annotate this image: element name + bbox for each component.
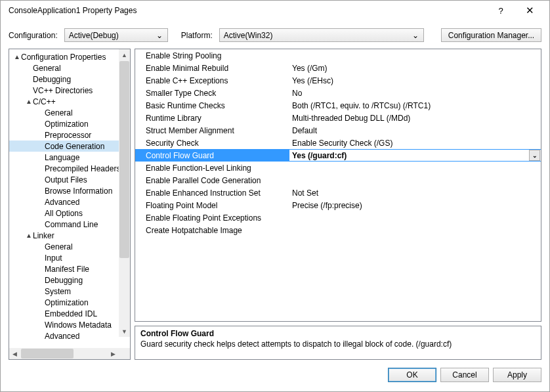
tree-item-label: All Options [45,209,83,218]
property-row[interactable]: Enable Parallel Code Generation [135,174,541,186]
description-title: Control Flow Guard [140,329,536,338]
property-value[interactable]: Precise (/fp:precise) [289,201,541,210]
property-name: Enable Enhanced Instruction Set [135,188,289,198]
property-row[interactable]: Smaller Type CheckNo [135,87,541,99]
tree-horizontal-scrollbar[interactable]: ◀ ▶ [9,348,130,359]
property-row[interactable]: Floating Point ModelPrecise (/fp:precise… [135,199,541,211]
property-value[interactable]: Enable Security Check (/GS) [289,139,541,148]
scroll-right-icon[interactable]: ▶ [108,348,119,359]
tree-item[interactable]: System [9,286,130,297]
property-value[interactable]: Both (/RTC1, equiv. to /RTCsu) (/RTC1) [289,101,541,110]
titlebar: ConsoleApplication1 Property Pages ? ✕ [1,1,549,20]
tree-twisty-icon[interactable]: ▲ [25,232,33,239]
tree-item[interactable]: Manifest File [9,263,130,274]
tree-item[interactable]: VC++ Directories [9,85,130,96]
configuration-label: Configuration: [9,31,60,40]
ok-button[interactable]: OK [388,368,436,382]
property-row[interactable]: Enable Enhanced Instruction SetNot Set [135,186,541,199]
property-value[interactable]: Yes (/EHsc) [289,76,541,85]
tree-item-label: VC++ Directories [33,86,93,95]
tree-item[interactable]: ▲Configuration Properties [9,51,130,62]
platform-dropdown[interactable]: Active(Win32) ⌄ [219,28,424,42]
tree-item[interactable]: Code Generation [9,141,130,152]
property-row[interactable]: Basic Runtime ChecksBoth (/RTC1, equiv. … [135,99,541,112]
configuration-dropdown[interactable]: Active(Debug) ⌄ [64,28,168,42]
tree-item[interactable]: Embedded IDL [9,308,130,319]
tree-item[interactable]: Optimization [9,297,130,308]
property-row[interactable]: Security CheckEnable Security Check (/GS… [135,137,541,149]
cancel-button[interactable]: Cancel [440,368,489,382]
tree-item[interactable]: ▲C/C++ [9,96,130,107]
tree-item[interactable]: Output Files [9,174,130,185]
property-row[interactable]: Create Hotpatchable Image [135,224,541,236]
apply-button[interactable]: Apply [493,368,541,382]
scroll-down-icon[interactable]: ▼ [119,326,130,337]
property-value[interactable]: Yes (/guard:cf)⌄ [289,150,541,161]
tree-item[interactable]: Preprocessor [9,129,130,141]
description-panel: Control Flow Guard Guard security check … [135,326,541,360]
tree-item-label: Precompiled Headers [45,164,120,173]
property-row[interactable]: Runtime LibraryMulti-threaded Debug DLL … [135,112,541,124]
configuration-manager-button[interactable]: Configuration Manager... [441,28,541,42]
tree-item[interactable]: General [9,62,130,74]
configuration-value: Active(Debug) [69,31,119,40]
scroll-thumb[interactable] [21,349,74,359]
tree-twisty-icon[interactable]: ▲ [25,98,33,105]
property-value[interactable]: Default [289,126,541,135]
property-row[interactable]: Enable Floating Point Exceptions [135,211,541,224]
tree-item-label: Code Generation [45,142,104,151]
tree-item[interactable]: Debugging [9,74,130,85]
tree-item[interactable]: Optimization [9,118,130,129]
tree-item[interactable]: General [9,107,130,118]
property-value[interactable]: No [289,89,541,98]
tree-item[interactable]: General [9,241,130,252]
tree-item-label: C/C++ [33,97,56,106]
tree-item-label: System [45,287,71,296]
tree-item[interactable]: Language [9,152,130,163]
tree-item-label: Windows Metadata [45,320,112,330]
window-title: ConsoleApplication1 Property Pages [6,6,486,15]
tree-item[interactable]: All Options [9,207,130,219]
config-bar: Configuration: Active(Debug) ⌄ Platform:… [1,20,549,49]
property-row[interactable]: Struct Member AlignmentDefault [135,124,541,137]
tree-twisty-icon[interactable]: ▲ [13,53,21,60]
property-value[interactable]: Yes (/Gm) [289,64,541,73]
property-value[interactable]: Multi-threaded Debug DLL (/MDd) [289,114,541,123]
scroll-left-icon[interactable]: ◀ [9,348,20,359]
property-name: Runtime Library [135,114,289,123]
tree-item-label: Language [45,153,79,162]
tree-item[interactable]: Precompiled Headers [9,163,130,174]
property-name: Enable String Pooling [135,51,289,60]
description-body: Guard security check helps detect attemp… [140,339,536,349]
property-row[interactable]: Enable C++ ExceptionsYes (/EHsc) [135,74,541,87]
tree-item[interactable]: Advanced [9,330,130,341]
tree-item[interactable]: Browse Information [9,185,130,196]
property-name: Enable Parallel Code Generation [135,176,289,185]
tree-item-label: Advanced [45,332,79,341]
tree-item[interactable]: ▲Linker [9,230,130,241]
property-row[interactable]: Control Flow GuardYes (/guard:cf)⌄ [135,149,541,162]
property-row[interactable]: Enable String Pooling [135,49,541,62]
tree-item-label: Browse Information [45,186,112,196]
property-row[interactable]: Enable Minimal RebuildYes (/Gm) [135,62,541,74]
close-button[interactable]: ✕ [515,1,544,20]
property-name: Security Check [135,139,289,148]
tree-item[interactable]: Command Line [9,219,130,230]
chevron-down-icon: ⌄ [410,31,421,40]
property-name: Smaller Type Check [135,89,289,98]
help-button[interactable]: ? [486,1,515,20]
chevron-down-icon[interactable]: ⌄ [529,150,540,161]
property-grid: Enable String PoolingEnable Minimal Rebu… [135,49,541,322]
tree-item[interactable]: Input [9,252,130,263]
tree-item[interactable]: Advanced [9,196,130,207]
property-value[interactable]: Not Set [289,188,541,198]
scroll-up-icon[interactable]: ▲ [119,49,130,60]
tree-item-label: General [45,108,73,118]
scroll-thumb[interactable] [119,61,129,258]
tree-item-label: Configuration Properties [21,53,106,62]
property-row[interactable]: Enable Function-Level Linking [135,162,541,174]
tree-item-label: Command Line [45,220,98,229]
tree-item[interactable]: Debugging [9,274,130,286]
tree-vertical-scrollbar[interactable]: ▲ ▼ [119,49,130,337]
tree-item[interactable]: Windows Metadata [9,319,130,330]
